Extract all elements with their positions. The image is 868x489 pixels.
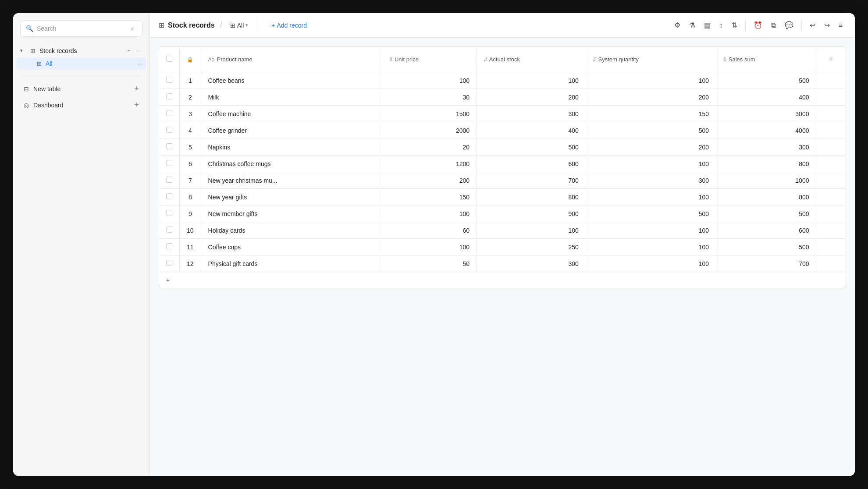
cell-unit-price[interactable]: 1200 — [382, 156, 477, 172]
cell-unit-price[interactable]: 2000 — [382, 122, 477, 139]
add-row-cell[interactable]: + — [159, 272, 846, 288]
cell-unit-price[interactable]: 50 — [382, 255, 477, 272]
th-system-quantity[interactable]: # System quantity — [586, 47, 716, 72]
settings-button[interactable]: ⚙ — [671, 18, 684, 32]
cell-sales-sum[interactable]: 3000 — [716, 106, 816, 122]
search-bar[interactable]: 🔍 Search « — [20, 20, 142, 37]
cell-system-quantity[interactable]: 500 — [586, 122, 716, 139]
cell-system-quantity[interactable]: 200 — [586, 139, 716, 156]
sidebar-view-all[interactable]: ⊞ All ··· — [17, 57, 146, 70]
cell-unit-price[interactable]: 60 — [382, 222, 477, 239]
row-checkbox[interactable] — [166, 93, 172, 99]
cell-product-name[interactable]: Coffee cups — [201, 239, 382, 255]
cell-actual-stock[interactable]: 900 — [477, 206, 586, 222]
redo-button[interactable]: ↪ — [821, 18, 833, 32]
cell-sales-sum[interactable]: 1000 — [716, 172, 816, 189]
cell-sales-sum[interactable]: 500 — [716, 239, 816, 255]
collapse-button[interactable]: « — [128, 24, 137, 33]
add-column-button[interactable]: + — [823, 51, 839, 67]
cell-system-quantity[interactable]: 100 — [586, 72, 716, 89]
sort-desc-button[interactable]: ⇅ — [728, 18, 741, 32]
cell-product-name[interactable]: New member gifts — [201, 206, 382, 222]
sidebar-item-stock-records[interactable]: ▾ ⊞ Stock records + ··· — [17, 44, 146, 57]
cell-system-quantity[interactable]: 150 — [586, 106, 716, 122]
cell-actual-stock[interactable]: 500 — [477, 139, 586, 156]
row-checkbox[interactable] — [166, 143, 172, 149]
cell-unit-price[interactable]: 1500 — [382, 106, 477, 122]
cell-system-quantity[interactable]: 100 — [586, 222, 716, 239]
cell-system-quantity[interactable]: 100 — [586, 189, 716, 206]
row-checkbox[interactable] — [166, 160, 172, 166]
cell-unit-price[interactable]: 20 — [382, 139, 477, 156]
cell-sales-sum[interactable]: 300 — [716, 139, 816, 156]
cell-sales-sum[interactable]: 800 — [716, 156, 816, 172]
cell-actual-stock[interactable]: 300 — [477, 106, 586, 122]
dashboard-button[interactable]: ◎ Dashboard + — [17, 97, 146, 113]
undo-button[interactable]: ↩ — [806, 18, 819, 32]
fields-button[interactable]: ▤ — [701, 18, 714, 32]
cell-system-quantity[interactable]: 200 — [586, 89, 716, 106]
view-more-button[interactable]: ··· — [138, 60, 142, 67]
cell-sales-sum[interactable]: 800 — [716, 189, 816, 206]
row-checkbox[interactable] — [166, 210, 172, 216]
cell-sales-sum[interactable]: 4000 — [716, 122, 816, 139]
toolbar-view-selector[interactable]: ⊞ All ▾ — [228, 20, 251, 31]
row-checkbox[interactable] — [166, 77, 172, 83]
cell-actual-stock[interactable]: 400 — [477, 122, 586, 139]
cell-product-name[interactable]: Coffee beans — [201, 72, 382, 89]
cell-system-quantity[interactable]: 100 — [586, 156, 716, 172]
row-checkbox[interactable] — [166, 227, 172, 233]
cell-sales-sum[interactable]: 500 — [716, 206, 816, 222]
filter-button[interactable]: ⚗ — [686, 18, 699, 32]
cell-actual-stock[interactable]: 800 — [477, 189, 586, 206]
comment-button[interactable]: 💬 — [781, 18, 797, 32]
header-checkbox[interactable] — [166, 56, 172, 62]
th-actual-stock[interactable]: # Actual stock — [477, 47, 586, 72]
row-checkbox[interactable] — [166, 193, 172, 199]
cell-product-name[interactable]: New year christmas mu... — [201, 172, 382, 189]
add-row-row[interactable]: + — [159, 272, 846, 288]
cell-product-name[interactable]: Coffee machine — [201, 106, 382, 122]
cell-actual-stock[interactable]: 200 — [477, 89, 586, 106]
row-checkbox[interactable] — [166, 260, 172, 266]
cell-unit-price[interactable]: 150 — [382, 189, 477, 206]
row-checkbox[interactable] — [166, 127, 172, 133]
cell-unit-price[interactable]: 200 — [382, 172, 477, 189]
row-checkbox[interactable] — [166, 243, 172, 249]
cell-product-name[interactable]: Physical gift cards — [201, 255, 382, 272]
more-options-button[interactable]: ··· — [134, 46, 142, 55]
history-button[interactable]: ⏰ — [750, 18, 766, 32]
cell-sales-sum[interactable]: 600 — [716, 222, 816, 239]
cell-sales-sum[interactable]: 700 — [716, 255, 816, 272]
cell-product-name[interactable]: Christmas coffee mugs — [201, 156, 382, 172]
cell-actual-stock[interactable]: 100 — [477, 222, 586, 239]
cell-system-quantity[interactable]: 300 — [586, 172, 716, 189]
add-record-button[interactable]: + Add record — [267, 19, 311, 32]
add-view-button[interactable]: + — [126, 46, 133, 55]
cell-product-name[interactable]: Coffee grinder — [201, 122, 382, 139]
cell-unit-price[interactable]: 100 — [382, 72, 477, 89]
cell-unit-price[interactable]: 100 — [382, 239, 477, 255]
menu-button[interactable]: ≡ — [835, 19, 846, 32]
cell-product-name[interactable]: Holiday cards — [201, 222, 382, 239]
th-sales-sum[interactable]: # Sales sum — [716, 47, 816, 72]
cell-system-quantity[interactable]: 100 — [586, 239, 716, 255]
cell-system-quantity[interactable]: 100 — [586, 255, 716, 272]
cell-unit-price[interactable]: 30 — [382, 89, 477, 106]
cell-unit-price[interactable]: 100 — [382, 206, 477, 222]
cell-actual-stock[interactable]: 600 — [477, 156, 586, 172]
cell-actual-stock[interactable]: 100 — [477, 72, 586, 89]
cell-product-name[interactable]: New year gifts — [201, 189, 382, 206]
cell-sales-sum[interactable]: 400 — [716, 89, 816, 106]
row-checkbox[interactable] — [166, 177, 172, 183]
cell-actual-stock[interactable]: 300 — [477, 255, 586, 272]
cell-sales-sum[interactable]: 500 — [716, 72, 816, 89]
th-unit-price[interactable]: # Unit price — [382, 47, 477, 72]
row-checkbox[interactable] — [166, 110, 172, 116]
sort-asc-button[interactable]: ↕ — [716, 19, 726, 32]
th-product-name[interactable]: Aↄ Product name — [201, 47, 382, 72]
cell-actual-stock[interactable]: 700 — [477, 172, 586, 189]
cell-actual-stock[interactable]: 250 — [477, 239, 586, 255]
new-table-button[interactable]: ⊟ New table + — [17, 81, 146, 97]
cell-product-name[interactable]: Milk — [201, 89, 382, 106]
